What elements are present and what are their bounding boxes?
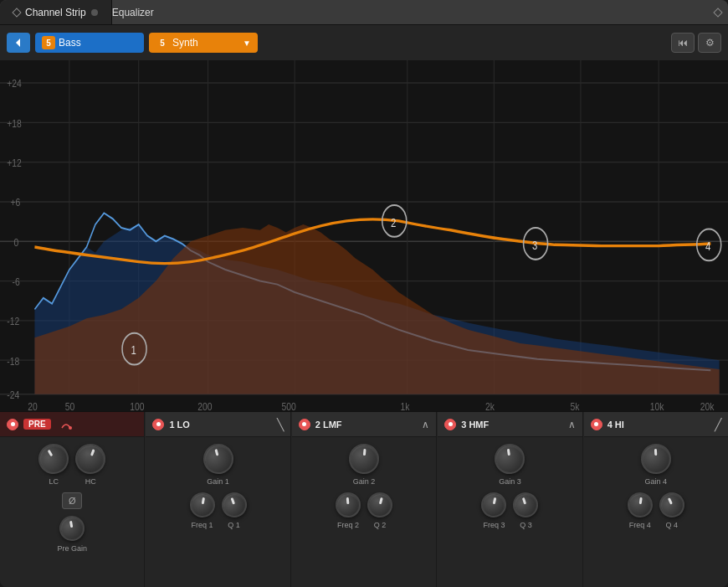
pre-power-button[interactable]: [7, 419, 18, 430]
hc-knob-dot: [90, 449, 95, 456]
band3-type-icon: ∧: [568, 419, 576, 430]
pre-gain-label: Pre Gain: [57, 544, 87, 553]
svg-text:200: 200: [197, 399, 213, 411]
hc-label: HC: [85, 477, 96, 486]
band1-q-group: Q 1: [222, 492, 247, 529]
svg-text:5k: 5k: [571, 399, 581, 411]
band4-freq-q-row: Freq 4 Q 4: [587, 492, 725, 529]
band3-q-group: Q 3: [513, 492, 538, 529]
band3-power-button[interactable]: [444, 419, 456, 430]
band2-q-knob[interactable]: [365, 490, 396, 521]
pre-label: PRE: [23, 419, 51, 430]
svg-text:10k: 10k: [650, 399, 665, 411]
preset-select[interactable]: 5 Synth ▼: [149, 33, 258, 53]
rewind-button[interactable]: ⏮: [671, 33, 695, 53]
band1-gain-label: Gain 1: [207, 477, 229, 486]
band2-type-icon: ∧: [422, 419, 429, 430]
svg-text:+12: +12: [7, 157, 22, 170]
back-button[interactable]: [7, 33, 30, 53]
svg-point-45: [69, 426, 72, 430]
svg-text:-18: -18: [7, 354, 19, 368]
band2-section: 2 LMF ∧ Gain 2: [292, 412, 437, 587]
eq-graph[interactable]: +24 +18 +12 +6 0 -6 -12 -18 -24 20 50 10…: [0, 60, 728, 411]
band1-q-label: Q 1: [228, 521, 240, 529]
band4-freq-label: Freq 4: [629, 521, 651, 529]
main-area: 5 Bass 5 Synth ▼ ⏮ ⚙: [0, 25, 728, 587]
band4-q-knob[interactable]: [655, 488, 689, 522]
svg-text:500: 500: [282, 399, 297, 411]
band1-power-button[interactable]: [152, 419, 164, 430]
svg-text:-12: -12: [7, 315, 19, 328]
band4-power-button[interactable]: [591, 419, 602, 430]
band3-q-knob[interactable]: [510, 489, 542, 521]
band2-freq-group: Freq 2: [336, 492, 361, 529]
band2-gain-group: Gain 2: [349, 444, 379, 486]
band2-freq-label: Freq 2: [337, 521, 359, 529]
band2-gain-knob[interactable]: [348, 442, 381, 475]
svg-text:20k: 20k: [700, 399, 715, 411]
eq-diamond: [713, 8, 722, 17]
band2-q-label: Q 2: [374, 521, 387, 529]
band3-gain-row: Gain 3: [441, 444, 578, 486]
pre-knobs: LC HC Ø: [0, 437, 144, 587]
band2-knobs: Gain 2 Freq 2: [292, 437, 436, 587]
band1-knobs: Gain 1 Freq 1: [146, 437, 290, 587]
svg-text:+6: +6: [10, 196, 20, 209]
svg-text:2k: 2k: [485, 399, 495, 411]
band2-freq-knob[interactable]: [335, 492, 362, 519]
band4-freq-knob[interactable]: [626, 491, 654, 519]
band2-freq-q-row: Freq 2 Q 2: [295, 492, 433, 529]
band4-gain-label: Gain 4: [645, 477, 668, 486]
band4-q-group: Q 4: [659, 492, 684, 529]
hc-knob[interactable]: [71, 440, 110, 478]
equalizer-tab[interactable]: Equalizer: [112, 7, 728, 18]
settings-button[interactable]: ⚙: [698, 33, 721, 53]
band1-gain-knob[interactable]: [200, 440, 237, 477]
pre-gain-row: Pre Gain: [3, 516, 141, 553]
band4-section: 4 HI ╱ Gain 4: [584, 412, 728, 587]
lc-label: LC: [49, 477, 59, 486]
band3-freq-group: Freq 3: [481, 492, 506, 529]
band1-freq-knob[interactable]: [187, 491, 217, 520]
band1-q-knob[interactable]: [218, 489, 249, 521]
band1-freq-group: Freq 1: [190, 492, 215, 529]
channel-select[interactable]: 5 Bass: [35, 33, 144, 53]
band1-freq-q-row: Freq 1 Q 1: [149, 492, 286, 529]
channel-strip-title: Channel Strip: [25, 7, 86, 18]
channel-number: 5: [42, 36, 55, 49]
band4-q-label: Q 4: [666, 521, 679, 529]
band2-gain-row: Gain 2: [295, 444, 433, 486]
svg-text:50: 50: [65, 399, 75, 411]
svg-text:1k: 1k: [401, 399, 411, 411]
pre-icon: [59, 418, 73, 431]
pre-gain-dot: [69, 521, 73, 528]
back-icon: [13, 37, 24, 49]
band3-q-label: Q 3: [520, 521, 532, 529]
band1-freq-label: Freq 1: [192, 521, 213, 529]
band2-header: 2 LMF ∧: [292, 412, 436, 437]
toolbar-right: ⏮ ⚙: [671, 33, 721, 53]
bottom-controls: PRE LC: [0, 411, 728, 587]
phase-button[interactable]: Ø: [62, 492, 82, 509]
svg-text:20: 20: [28, 399, 38, 411]
band1-type-icon: ╲: [277, 418, 284, 431]
svg-text:1: 1: [131, 343, 136, 358]
app-container: Channel Strip Equalizer 5 Bass 5 Synth ▼: [0, 0, 728, 587]
band1-gain-group: Gain 1: [203, 444, 233, 486]
band2-power-dot: [302, 422, 306, 426]
band3-freq-knob[interactable]: [479, 490, 510, 520]
band2-label: 2 LMF: [315, 420, 342, 430]
pre-gain-knob[interactable]: [58, 514, 87, 543]
band3-knobs: Gain 3 Freq 3: [438, 437, 582, 587]
band3-gain-label: Gain 3: [499, 477, 521, 486]
channel-strip-tab[interactable]: Channel Strip: [0, 0, 112, 24]
band4-gain-knob[interactable]: [640, 443, 672, 475]
band4-header: 4 HI ╱: [584, 412, 728, 437]
lc-knob-dot: [48, 450, 54, 456]
svg-text:0: 0: [14, 235, 19, 249]
pre-section: PRE LC: [0, 412, 145, 587]
lc-knob[interactable]: [33, 438, 74, 479]
band2-power-button[interactable]: [299, 419, 310, 430]
band3-header: 3 HMF ∧: [438, 412, 582, 437]
band3-gain-knob[interactable]: [493, 442, 527, 476]
